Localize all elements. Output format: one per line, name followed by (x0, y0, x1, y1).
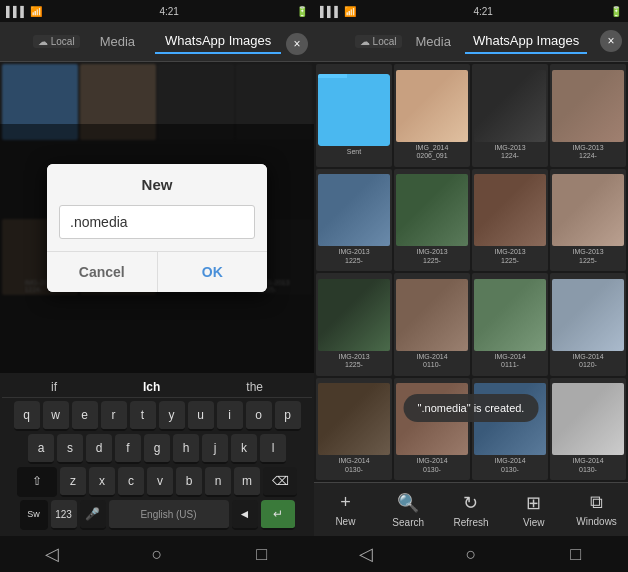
right-home-button[interactable]: ○ (451, 544, 491, 565)
file-name-4: IMG-20131225- (338, 248, 369, 265)
key-v[interactable]: v (147, 467, 173, 497)
new-dialog: New Cancel OK (47, 164, 267, 292)
file-cell-6[interactable]: IMG-20131225- (472, 169, 548, 272)
right-status-icons: ▌▌▌ 📶 (320, 6, 356, 17)
toolbar-view[interactable]: ⊞ View (502, 492, 565, 528)
home-button[interactable]: ○ (137, 544, 177, 565)
new-label: New (335, 516, 355, 527)
key-j[interactable]: j (202, 434, 228, 464)
key-l[interactable]: l (260, 434, 286, 464)
file-name-2: IMG-20131224- (494, 144, 525, 161)
file-cell-sent[interactable]: Sent (316, 64, 392, 167)
key-m[interactable]: m (234, 467, 260, 497)
key-y[interactable]: y (159, 401, 185, 431)
img-thumb-10 (474, 279, 546, 351)
file-cell-13[interactable]: IMG-20140130- (394, 378, 470, 481)
right-back-button[interactable]: ◁ (346, 543, 386, 565)
key-z[interactable]: z (60, 467, 86, 497)
key-r[interactable]: r (101, 401, 127, 431)
key-w[interactable]: w (43, 401, 69, 431)
ok-button[interactable]: OK (158, 252, 268, 292)
file-cell-9[interactable]: IMG-20140110- (394, 273, 470, 376)
img-thumb-4 (318, 174, 390, 246)
keyboard-row-3: ⇧ z x c v b n m ⌫ (2, 467, 312, 497)
toolbar-windows[interactable]: ⧉ Windows (565, 492, 628, 527)
file-cell-11[interactable]: IMG-20140120- (550, 273, 626, 376)
file-grid: Sent IMG_20140206_091 IMG-20131224- IMG-… (314, 62, 628, 482)
back-button[interactable]: ◁ (32, 543, 72, 565)
file-cell-5[interactable]: IMG-20131225- (394, 169, 470, 272)
backspace-key[interactable]: ⌫ (263, 467, 297, 497)
file-cell-14[interactable]: IMG-20140130- (472, 378, 548, 481)
key-n[interactable]: n (205, 467, 231, 497)
right-tab-whatsapp[interactable]: WhatsApp Images (465, 29, 587, 54)
key-s[interactable]: s (57, 434, 83, 464)
file-cell-7[interactable]: IMG-20131225- (550, 169, 626, 272)
right-recents-button[interactable]: □ (556, 544, 596, 565)
right-close-button[interactable]: × (600, 30, 622, 52)
file-cell-1[interactable]: IMG_20140206_091 (394, 64, 470, 167)
file-cell-2[interactable]: IMG-20131224- (472, 64, 548, 167)
file-name-5: IMG-20131225- (416, 248, 447, 265)
cancel-button[interactable]: Cancel (47, 252, 158, 292)
key-k[interactable]: k (231, 434, 257, 464)
img-thumb-5 (396, 174, 468, 246)
new-name-input[interactable] (59, 205, 255, 239)
left-close-button[interactable]: × (286, 33, 308, 55)
right-wifi-icon: 📶 (344, 6, 356, 17)
key-b[interactable]: b (176, 467, 202, 497)
space-key[interactable]: English (US) (109, 500, 229, 530)
file-name-6: IMG-20131225- (494, 248, 525, 265)
suggestion-ich[interactable]: Ich (143, 380, 160, 394)
toolbar-refresh[interactable]: ↻ Refresh (440, 492, 503, 528)
key-d[interactable]: d (86, 434, 112, 464)
key-c[interactable]: c (118, 467, 144, 497)
file-name-1: IMG_20140206_091 (416, 144, 449, 161)
file-cell-4[interactable]: IMG-20131225- (316, 169, 392, 272)
enter-key[interactable]: ↵ (261, 500, 295, 530)
file-cell-10[interactable]: IMG-20140111- (472, 273, 548, 376)
left-header: ☁ Local Media WhatsApp Images × (0, 22, 314, 62)
left-nav-bar: ◁ ○ □ (0, 536, 314, 572)
file-name-9: IMG-20140110- (416, 353, 447, 370)
img-thumb-3 (552, 70, 624, 142)
file-cell-8[interactable]: IMG-20131225- (316, 273, 392, 376)
shift-key[interactable]: ⇧ (17, 467, 57, 497)
toolbar-search[interactable]: 🔍 Search (377, 492, 440, 528)
mic-icon[interactable]: 🎤 (80, 500, 106, 530)
left-tab-whatsapp[interactable]: WhatsApp Images (155, 29, 281, 54)
suggestion-if[interactable]: if (51, 380, 57, 394)
battery-icon: 🔋 (296, 6, 308, 17)
key-g[interactable]: g (144, 434, 170, 464)
left-tab-media[interactable]: Media (90, 30, 145, 53)
key-a[interactable]: a (28, 434, 54, 464)
key-h[interactable]: h (173, 434, 199, 464)
file-cell-12[interactable]: IMG-20140130- (316, 378, 392, 481)
key-f[interactable]: f (115, 434, 141, 464)
right-battery-icon: 🔋 (610, 6, 622, 17)
left-arrow-key[interactable]: ◄ (232, 500, 258, 530)
left-time: 4:21 (159, 6, 178, 17)
right-panel: ▌▌▌ 📶 4:21 🔋 ☁ Local Media WhatsApp Imag… (314, 0, 628, 572)
num-key[interactable]: 123 (51, 500, 77, 530)
file-name-14: IMG-20140130- (494, 457, 525, 474)
dialog-overlay: New Cancel OK (0, 124, 314, 373)
key-p[interactable]: p (275, 401, 301, 431)
recents-button[interactable]: □ (242, 544, 282, 565)
file-name-13: IMG-20140130- (416, 457, 447, 474)
key-x[interactable]: x (89, 467, 115, 497)
key-e[interactable]: e (72, 401, 98, 431)
file-cell-3[interactable]: IMG-20131224- (550, 64, 626, 167)
key-t[interactable]: t (130, 401, 156, 431)
left-local-badge: ☁ Local (33, 35, 80, 48)
right-tab-media[interactable]: Media (408, 30, 459, 53)
key-o[interactable]: o (246, 401, 272, 431)
suggestion-the[interactable]: the (246, 380, 263, 394)
toolbar-new[interactable]: + New (314, 492, 377, 527)
key-i[interactable]: i (217, 401, 243, 431)
key-u[interactable]: u (188, 401, 214, 431)
keyboard-row-2: a s d f g h j k l (2, 434, 312, 464)
file-cell-15[interactable]: IMG-20140130- (550, 378, 626, 481)
key-q[interactable]: q (14, 401, 40, 431)
swiftkey-logo: Sw (20, 500, 48, 530)
